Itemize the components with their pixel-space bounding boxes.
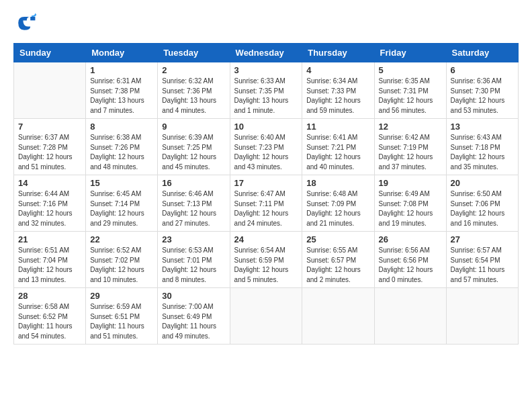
day-number: 24	[234, 234, 298, 244]
calendar-header-saturday: Saturday	[446, 44, 518, 62]
day-info: Sunrise: 6:46 AM Sunset: 7:13 PM Dayligh…	[162, 189, 225, 228]
day-info: Sunrise: 6:55 AM Sunset: 6:57 PM Dayligh…	[306, 246, 369, 285]
day-info: Sunrise: 6:47 AM Sunset: 7:11 PM Dayligh…	[234, 189, 298, 228]
day-info: Sunrise: 6:58 AM Sunset: 6:52 PM Dayligh…	[18, 302, 81, 341]
calendar-cell: 16Sunrise: 6:46 AM Sunset: 7:13 PM Dayli…	[158, 175, 230, 232]
calendar-cell: 19Sunrise: 6:49 AM Sunset: 7:08 PM Dayli…	[374, 175, 446, 232]
calendar-cell	[230, 288, 302, 345]
day-number: 18	[306, 178, 369, 188]
day-info: Sunrise: 6:39 AM Sunset: 7:25 PM Dayligh…	[162, 133, 225, 172]
day-number: 5	[379, 65, 442, 75]
calendar-cell: 6Sunrise: 6:36 AM Sunset: 7:30 PM Daylig…	[446, 62, 518, 119]
day-number: 4	[306, 65, 369, 75]
day-info: Sunrise: 6:42 AM Sunset: 7:19 PM Dayligh…	[379, 133, 442, 172]
calendar-cell: 5Sunrise: 6:35 AM Sunset: 7:31 PM Daylig…	[374, 62, 446, 119]
day-info: Sunrise: 6:49 AM Sunset: 7:08 PM Dayligh…	[379, 189, 442, 228]
day-info: Sunrise: 6:48 AM Sunset: 7:09 PM Dayligh…	[306, 189, 369, 228]
logo	[13, 11, 40, 35]
calendar-cell: 4Sunrise: 6:34 AM Sunset: 7:33 PM Daylig…	[302, 62, 374, 119]
day-info: Sunrise: 6:43 AM Sunset: 7:18 PM Dayligh…	[451, 133, 514, 172]
day-info: Sunrise: 6:59 AM Sunset: 6:51 PM Dayligh…	[90, 302, 153, 341]
calendar-table: SundayMondayTuesdayWednesdayThursdayFrid…	[13, 43, 519, 345]
day-number: 7	[18, 122, 81, 132]
day-number: 27	[451, 234, 514, 244]
day-info: Sunrise: 6:34 AM Sunset: 7:33 PM Dayligh…	[306, 77, 369, 116]
day-number: 17	[234, 178, 298, 188]
day-info: Sunrise: 6:31 AM Sunset: 7:38 PM Dayligh…	[90, 77, 153, 116]
calendar-header-row: SundayMondayTuesdayWednesdayThursdayFrid…	[14, 44, 519, 62]
day-info: Sunrise: 6:40 AM Sunset: 7:23 PM Dayligh…	[234, 133, 298, 172]
day-number: 12	[379, 122, 442, 132]
calendar-cell: 17Sunrise: 6:47 AM Sunset: 7:11 PM Dayli…	[230, 175, 302, 232]
day-number: 8	[90, 122, 153, 132]
calendar-cell	[302, 288, 374, 345]
day-number: 6	[451, 65, 514, 75]
calendar-week-row: 7Sunrise: 6:37 AM Sunset: 7:28 PM Daylig…	[14, 119, 519, 175]
calendar-cell	[374, 288, 446, 345]
calendar-cell: 14Sunrise: 6:44 AM Sunset: 7:16 PM Dayli…	[14, 175, 86, 232]
day-info: Sunrise: 6:56 AM Sunset: 6:56 PM Dayligh…	[379, 246, 442, 285]
day-number: 16	[162, 178, 225, 188]
calendar-header-thursday: Thursday	[302, 44, 374, 62]
day-number: 14	[18, 178, 81, 188]
day-number: 22	[90, 234, 153, 244]
calendar-cell: 9Sunrise: 6:39 AM Sunset: 7:25 PM Daylig…	[158, 119, 230, 175]
day-info: Sunrise: 6:33 AM Sunset: 7:35 PM Dayligh…	[234, 77, 298, 116]
page-header	[13, 11, 519, 35]
calendar-cell: 26Sunrise: 6:56 AM Sunset: 6:56 PM Dayli…	[374, 232, 446, 288]
day-info: Sunrise: 6:35 AM Sunset: 7:31 PM Dayligh…	[379, 77, 442, 116]
day-number: 20	[451, 178, 514, 188]
day-number: 29	[90, 291, 153, 301]
day-number: 19	[379, 178, 442, 188]
calendar-cell: 29Sunrise: 6:59 AM Sunset: 6:51 PM Dayli…	[86, 288, 158, 345]
calendar-cell: 11Sunrise: 6:41 AM Sunset: 7:21 PM Dayli…	[302, 119, 374, 175]
day-info: Sunrise: 6:38 AM Sunset: 7:26 PM Dayligh…	[90, 133, 153, 172]
calendar-header-wednesday: Wednesday	[230, 44, 302, 62]
day-info: Sunrise: 6:41 AM Sunset: 7:21 PM Dayligh…	[306, 133, 369, 172]
day-number: 1	[90, 65, 153, 75]
day-info: Sunrise: 6:54 AM Sunset: 6:59 PM Dayligh…	[234, 246, 298, 285]
calendar-week-row: 1Sunrise: 6:31 AM Sunset: 7:38 PM Daylig…	[14, 62, 519, 119]
calendar-header-monday: Monday	[86, 44, 158, 62]
calendar-header-tuesday: Tuesday	[158, 44, 230, 62]
day-number: 26	[379, 234, 442, 244]
day-number: 21	[18, 234, 81, 244]
calendar-cell: 23Sunrise: 6:53 AM Sunset: 7:01 PM Dayli…	[158, 232, 230, 288]
calendar-cell: 21Sunrise: 6:51 AM Sunset: 7:04 PM Dayli…	[14, 232, 86, 288]
day-number: 15	[90, 178, 153, 188]
day-number: 10	[234, 122, 298, 132]
calendar-cell: 13Sunrise: 6:43 AM Sunset: 7:18 PM Dayli…	[446, 119, 518, 175]
calendar-cell: 25Sunrise: 6:55 AM Sunset: 6:57 PM Dayli…	[302, 232, 374, 288]
calendar-cell	[446, 288, 518, 345]
day-number: 3	[234, 65, 298, 75]
day-info: Sunrise: 6:45 AM Sunset: 7:14 PM Dayligh…	[90, 189, 153, 228]
calendar-cell: 10Sunrise: 6:40 AM Sunset: 7:23 PM Dayli…	[230, 119, 302, 175]
day-number: 23	[162, 234, 225, 244]
day-info: Sunrise: 6:36 AM Sunset: 7:30 PM Dayligh…	[451, 77, 514, 116]
calendar-cell: 20Sunrise: 6:50 AM Sunset: 7:06 PM Dayli…	[446, 175, 518, 232]
calendar-cell: 15Sunrise: 6:45 AM Sunset: 7:14 PM Dayli…	[86, 175, 158, 232]
calendar-cell: 12Sunrise: 6:42 AM Sunset: 7:19 PM Dayli…	[374, 119, 446, 175]
day-info: Sunrise: 6:37 AM Sunset: 7:28 PM Dayligh…	[18, 133, 81, 172]
calendar-cell: 24Sunrise: 6:54 AM Sunset: 6:59 PM Dayli…	[230, 232, 302, 288]
calendar-week-row: 28Sunrise: 6:58 AM Sunset: 6:52 PM Dayli…	[14, 288, 519, 345]
day-info: Sunrise: 6:51 AM Sunset: 7:04 PM Dayligh…	[18, 246, 81, 285]
day-number: 9	[162, 122, 225, 132]
calendar-cell: 3Sunrise: 6:33 AM Sunset: 7:35 PM Daylig…	[230, 62, 302, 119]
day-number: 11	[306, 122, 369, 132]
calendar-cell: 27Sunrise: 6:57 AM Sunset: 6:54 PM Dayli…	[446, 232, 518, 288]
day-number: 25	[306, 234, 369, 244]
calendar-cell: 2Sunrise: 6:32 AM Sunset: 7:36 PM Daylig…	[158, 62, 230, 119]
day-number: 28	[18, 291, 81, 301]
calendar-cell: 22Sunrise: 6:52 AM Sunset: 7:02 PM Dayli…	[86, 232, 158, 288]
day-number: 30	[162, 291, 225, 301]
day-info: Sunrise: 6:57 AM Sunset: 6:54 PM Dayligh…	[451, 246, 514, 285]
calendar-cell: 1Sunrise: 6:31 AM Sunset: 7:38 PM Daylig…	[86, 62, 158, 119]
calendar-cell	[14, 62, 86, 119]
calendar-cell: 8Sunrise: 6:38 AM Sunset: 7:26 PM Daylig…	[86, 119, 158, 175]
day-info: Sunrise: 6:32 AM Sunset: 7:36 PM Dayligh…	[162, 77, 225, 116]
day-info: Sunrise: 6:53 AM Sunset: 7:01 PM Dayligh…	[162, 246, 225, 285]
day-number: 2	[162, 65, 225, 75]
day-info: Sunrise: 6:50 AM Sunset: 7:06 PM Dayligh…	[451, 189, 514, 228]
day-info: Sunrise: 7:00 AM Sunset: 6:49 PM Dayligh…	[162, 302, 225, 341]
